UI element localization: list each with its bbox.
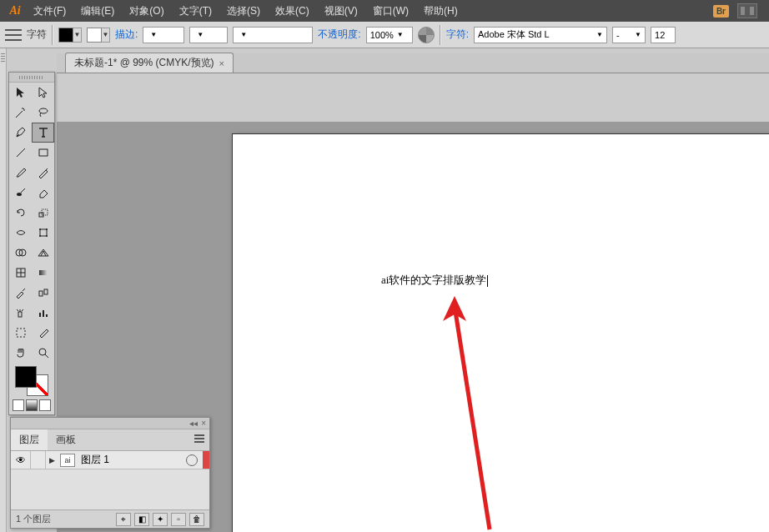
- bridge-badge[interactable]: Br: [713, 5, 729, 18]
- new-layer-icon[interactable]: ▫: [171, 513, 186, 526]
- eyedropper-tool[interactable]: [9, 283, 32, 303]
- type-tool[interactable]: [32, 123, 54, 143]
- mesh-tool[interactable]: [9, 263, 32, 283]
- menu-window[interactable]: 窗口(W): [366, 1, 415, 22]
- svg-point-25: [39, 349, 46, 355]
- svg-line-1: [17, 148, 25, 157]
- fill-color-swatch[interactable]: [15, 366, 37, 388]
- tools-panel-grip[interactable]: [9, 73, 54, 83]
- svg-rect-20: [18, 312, 22, 317]
- svg-rect-24: [17, 329, 25, 337]
- opacity-label[interactable]: 不透明度:: [318, 28, 360, 42]
- zoom-tool[interactable]: [32, 343, 54, 363]
- rotate-tool[interactable]: [9, 203, 32, 223]
- selection-tool[interactable]: [9, 83, 32, 103]
- menu-edit[interactable]: 编辑(E): [74, 1, 121, 22]
- fill-swatch[interactable]: ▼: [58, 28, 82, 43]
- lasso-tool[interactable]: [32, 103, 54, 123]
- menu-select[interactable]: 选择(S): [220, 1, 267, 22]
- recolor-artwork-icon[interactable]: [418, 27, 435, 43]
- symbol-sprayer-tool[interactable]: [9, 303, 32, 323]
- column-graph-tool[interactable]: [32, 303, 54, 323]
- menu-file[interactable]: 文件(F): [27, 1, 73, 22]
- pencil-tool[interactable]: [32, 163, 54, 183]
- new-sublayer-icon[interactable]: ✦: [153, 513, 168, 526]
- paintbrush-tool[interactable]: [9, 163, 32, 183]
- panel-menu-icon[interactable]: [189, 429, 209, 450]
- delete-layer-icon[interactable]: 🗑: [189, 513, 204, 526]
- direct-selection-tool[interactable]: [32, 83, 54, 103]
- svg-rect-7: [40, 229, 47, 236]
- perspective-grid-tool[interactable]: [32, 243, 54, 263]
- target-icon[interactable]: [186, 454, 198, 466]
- menu-bar: Ai 文件(F) 编辑(E) 对象(O) 文字(T) 选择(S) 效果(C) 视…: [0, 0, 769, 22]
- font-family-value: Adobe 宋体 Std L: [478, 28, 550, 41]
- blob-brush-tool[interactable]: [9, 183, 32, 203]
- slice-tool[interactable]: [32, 323, 54, 343]
- tab-layers[interactable]: 图层: [11, 429, 48, 450]
- font-size-select[interactable]: 12: [651, 27, 676, 43]
- options-bar: 字符 ▼ ▼ 描边: ▼ ▼ ▼ 不透明度: 100%▼ 字符: Adobe 宋…: [0, 22, 769, 48]
- layer-thumbnail: ai: [60, 454, 75, 467]
- tab-artboards[interactable]: 画板: [48, 429, 84, 450]
- magic-wand-tool[interactable]: [9, 103, 32, 123]
- menu-effect[interactable]: 效果(C): [269, 1, 316, 22]
- svg-point-10: [39, 235, 41, 237]
- make-clipping-mask-icon[interactable]: ◧: [134, 513, 149, 526]
- hand-tool[interactable]: [9, 343, 32, 363]
- app-logo: Ai: [5, 3, 25, 19]
- scale-tool[interactable]: [32, 203, 54, 223]
- layers-empty-area: [11, 469, 209, 509]
- opacity-select[interactable]: 100%▼: [366, 27, 413, 43]
- color-mode-icon[interactable]: [13, 399, 24, 411]
- expand-layer-icon[interactable]: ▶: [46, 456, 58, 464]
- svg-rect-19: [44, 289, 48, 294]
- font-style-select[interactable]: -▼: [612, 27, 646, 43]
- blend-tool[interactable]: [32, 283, 54, 303]
- character-label[interactable]: 字符:: [446, 28, 469, 42]
- artboard[interactable]: ai软件的文字排版教学: [232, 133, 769, 532]
- stroke-weight-select[interactable]: ▼: [143, 27, 184, 43]
- lock-toggle[interactable]: [31, 451, 46, 469]
- stroke-label[interactable]: 描边:: [115, 28, 138, 42]
- pen-tool[interactable]: [9, 123, 32, 143]
- character-panel-label[interactable]: 字符: [27, 28, 47, 42]
- eraser-tool[interactable]: [32, 183, 54, 203]
- panel-menu-icon[interactable]: [5, 29, 22, 41]
- visibility-toggle-icon[interactable]: 👁: [11, 451, 31, 469]
- annotation-arrow: [443, 296, 501, 532]
- menu-type[interactable]: 文字(T): [173, 1, 219, 22]
- artboard-tool[interactable]: [9, 323, 32, 343]
- collapse-panel-icon[interactable]: ◂◂: [189, 419, 198, 428]
- tools-panel: [8, 72, 55, 415]
- svg-rect-17: [39, 270, 48, 275]
- svg-rect-2: [39, 149, 48, 156]
- menu-object[interactable]: 对象(O): [123, 1, 170, 22]
- free-transform-tool[interactable]: [32, 223, 54, 243]
- layers-panel-header[interactable]: ◂◂ ×: [11, 418, 209, 429]
- shape-builder-tool[interactable]: [9, 243, 32, 263]
- brush-select[interactable]: ▼: [233, 27, 313, 43]
- none-mode-icon[interactable]: [39, 399, 51, 411]
- line-tool[interactable]: [9, 143, 32, 163]
- canvas-text-object[interactable]: ai软件的文字排版教学: [381, 273, 488, 288]
- layer-name[interactable]: 图层 1: [78, 453, 186, 467]
- font-style-value: -: [616, 30, 620, 40]
- opacity-value: 100%: [370, 30, 394, 40]
- close-panel-icon[interactable]: ×: [201, 419, 206, 428]
- menu-help[interactable]: 帮助(H): [417, 1, 465, 22]
- font-family-select[interactable]: Adobe 宋体 Std L▼: [474, 27, 607, 43]
- layer-row[interactable]: 👁 ▶ ai 图层 1: [11, 451, 209, 469]
- variable-width-select[interactable]: ▼: [189, 27, 228, 43]
- menu-view[interactable]: 视图(V): [318, 1, 364, 22]
- font-size-value: 12: [655, 30, 665, 40]
- workspace-layout-icon[interactable]: [737, 3, 757, 18]
- gradient-tool[interactable]: [32, 263, 54, 283]
- fill-stroke-swatches[interactable]: [15, 366, 48, 396]
- gradient-mode-icon[interactable]: [26, 399, 38, 411]
- width-tool[interactable]: [9, 223, 32, 243]
- stroke-swatch[interactable]: ▼: [87, 28, 110, 43]
- svg-line-4: [21, 188, 25, 193]
- locate-object-icon[interactable]: ⌖: [116, 513, 131, 526]
- rectangle-tool[interactable]: [32, 143, 54, 163]
